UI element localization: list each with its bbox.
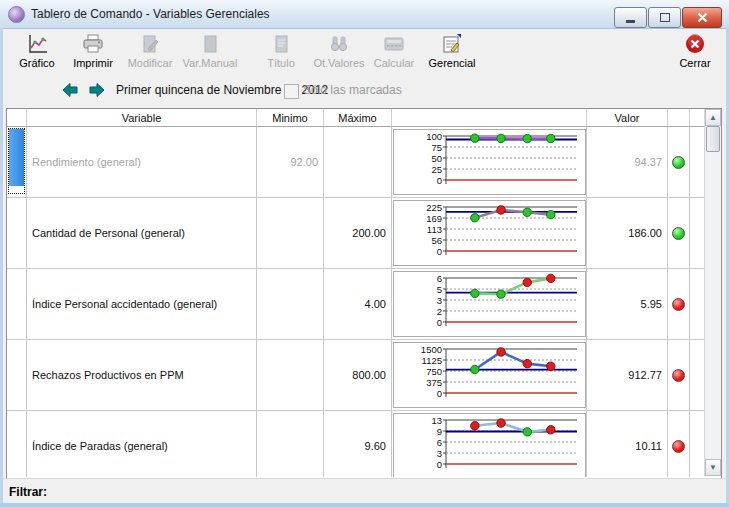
var-manual-button: Var.Manual .tbtn[data-name="var-manual-b… xyxy=(182,32,238,74)
chart-cell: 65320 xyxy=(392,269,587,339)
svg-text:169: 169 xyxy=(426,213,442,224)
valor-value: 186.00 xyxy=(587,198,668,268)
header-chart-column xyxy=(392,109,587,126)
variables-table: Variable Minimo Máximo Valor Rendimiento… xyxy=(6,108,722,479)
data-point xyxy=(523,359,531,367)
variable-name: Índice de Paradas (general) xyxy=(27,411,257,477)
status-cell xyxy=(668,198,690,268)
scroll-thumb[interactable] xyxy=(706,126,720,152)
svg-text:0: 0 xyxy=(436,317,441,328)
titulo-button: Título xyxy=(253,32,309,74)
chart-box: 150011257503750 xyxy=(393,342,586,408)
row-marker[interactable] xyxy=(7,411,27,477)
data-point xyxy=(496,134,504,142)
data-point xyxy=(470,214,478,222)
status-indicator xyxy=(672,298,685,311)
status-indicator xyxy=(672,227,685,240)
filter-label: Filtrar: xyxy=(9,485,47,499)
close-icon xyxy=(697,12,708,23)
data-point xyxy=(470,134,478,142)
svg-text:5: 5 xyxy=(436,284,441,295)
minimo-value xyxy=(257,411,324,477)
gerencial-button[interactable]: Gerencial xyxy=(424,32,480,74)
data-point xyxy=(496,419,504,427)
svg-text:0: 0 xyxy=(436,459,441,470)
page-icon xyxy=(270,32,292,56)
chart-box: 1007550250 xyxy=(393,129,586,195)
minimize-button[interactable] xyxy=(614,7,647,28)
data-point xyxy=(523,134,531,142)
modificar-label: Modificar xyxy=(128,57,173,69)
svg-text:0: 0 xyxy=(436,246,441,257)
table-row[interactable]: Cantidad de Personal (general)200.002251… xyxy=(7,198,705,269)
data-point xyxy=(523,428,531,436)
trend-chart: 139630 xyxy=(394,414,583,476)
vertical-scrollbar[interactable]: ▲ ▼ xyxy=(704,109,721,476)
window-frame-left xyxy=(0,28,3,507)
app-window: Tablero de Comando - Variables Gerencial… xyxy=(0,0,729,507)
scroll-up-button[interactable]: ▲ xyxy=(705,109,721,126)
row-marker[interactable] xyxy=(7,127,27,197)
row-marker[interactable] xyxy=(7,340,27,410)
table-row[interactable]: Rechazos Productivos en PPM800.001500112… xyxy=(7,340,705,411)
chart-cell: 225169113560 xyxy=(392,198,587,268)
data-point xyxy=(470,365,478,373)
restore-button[interactable] xyxy=(648,7,681,28)
data-point xyxy=(523,208,531,216)
status-cell xyxy=(668,127,690,197)
table-row[interactable]: Rendimiento (general)92.00100755025094.3… xyxy=(7,127,705,198)
imprimir-button[interactable]: Imprimir xyxy=(65,32,121,74)
only-marked-checkbox[interactable] xyxy=(284,84,299,99)
table-header: Variable Minimo Máximo Valor xyxy=(7,109,721,127)
restore-icon xyxy=(660,13,670,22)
row-marker[interactable] xyxy=(7,198,27,268)
title-bar[interactable]: Tablero de Comando - Variables Gerencial… xyxy=(0,0,729,29)
chart-box: 225169113560 xyxy=(393,200,586,266)
imprimir-label: Imprimir xyxy=(73,57,113,69)
modificar-button: Modificar xyxy=(122,32,178,74)
trend-chart: 1007550250 xyxy=(394,130,583,192)
data-point xyxy=(496,290,504,298)
table-row[interactable]: Índice de Paradas (general)9.6013963010.… xyxy=(7,411,705,477)
maximo-value: 4.00 xyxy=(324,269,392,339)
header-marker-column xyxy=(7,109,27,126)
svg-text:0: 0 xyxy=(436,388,441,399)
scroll-down-button[interactable]: ▼ xyxy=(705,459,721,476)
printer-icon xyxy=(81,32,105,56)
svg-text:25: 25 xyxy=(431,164,442,175)
variable-name: Cantidad de Personal (general) xyxy=(27,198,257,268)
chart-cell: 139630 xyxy=(392,411,587,477)
data-point xyxy=(546,426,554,434)
gerencial-label: Gerencial xyxy=(428,57,475,69)
gap-cell xyxy=(690,411,705,477)
header-maximo: Máximo xyxy=(324,109,392,126)
svg-text:375: 375 xyxy=(426,377,442,388)
close-button[interactable] xyxy=(682,7,722,28)
next-period-arrow[interactable] xyxy=(89,82,105,98)
ot-valores-label: Ot.Valores xyxy=(313,57,364,69)
status-indicator xyxy=(672,369,685,382)
variable-name: Rechazos Productivos en PPM xyxy=(27,340,257,410)
header-minimo: Minimo xyxy=(257,109,324,126)
row-marker[interactable] xyxy=(7,269,27,339)
valor-value: 912.77 xyxy=(587,340,668,410)
svg-text:56: 56 xyxy=(431,235,442,246)
svg-text:750: 750 xyxy=(426,366,442,377)
status-cell xyxy=(668,269,690,339)
chart-box: 139630 xyxy=(393,413,586,477)
maximo-value xyxy=(324,127,392,197)
ot-valores-button: Ot.Valores xyxy=(311,32,367,74)
cerrar-button[interactable]: Cerrar xyxy=(667,32,723,74)
grafico-button[interactable]: Gráfico xyxy=(9,32,65,74)
status-cell xyxy=(668,411,690,477)
header-status-column xyxy=(668,109,690,126)
svg-text:50: 50 xyxy=(431,153,442,164)
row-selection-marker xyxy=(8,128,25,194)
svg-text:1500: 1500 xyxy=(420,344,441,355)
status-indicator xyxy=(672,440,685,453)
previous-period-arrow[interactable] xyxy=(62,82,78,98)
minimo-value xyxy=(257,340,324,410)
table-row[interactable]: Índice Personal accidentado (general)4.0… xyxy=(7,269,705,340)
var-manual-label: Var.Manual xyxy=(183,57,238,69)
svg-text:3: 3 xyxy=(436,295,441,306)
